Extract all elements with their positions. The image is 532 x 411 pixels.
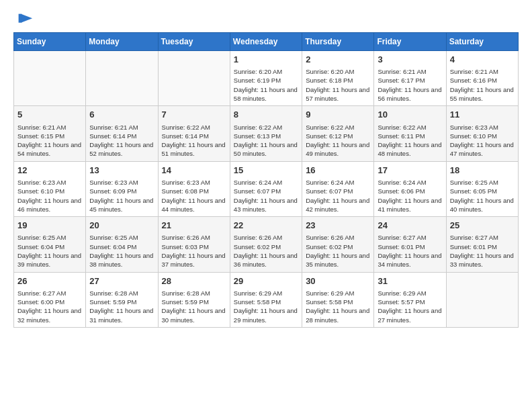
sunset-text: Sunset: 5:57 PM — [378, 298, 425, 306]
sunrise-text: Sunrise: 6:27 AM — [378, 234, 426, 241]
col-wednesday: Wednesday — [230, 33, 302, 51]
day-number: 22 — [234, 220, 298, 232]
calendar-week-row: 26 Sunrise: 6:27 AM Sunset: 6:00 PM Dayl… — [14, 272, 519, 327]
sunset-text: Sunset: 6:15 PM — [17, 132, 64, 140]
table-row: 30 Sunrise: 6:29 AM Sunset: 5:58 PM Dayl… — [302, 272, 374, 327]
table-row: 2 Sunrise: 6:20 AM Sunset: 6:18 PM Dayli… — [302, 51, 374, 106]
daylight-text: Daylight: 11 hours and 52 minutes. — [89, 141, 153, 157]
daylight-text: Daylight: 11 hours and 45 minutes. — [89, 197, 153, 213]
sunset-text: Sunset: 6:03 PM — [162, 243, 209, 250]
day-number: 5 — [17, 109, 82, 121]
day-number: 19 — [17, 220, 82, 232]
sunset-text: Sunset: 6:11 PM — [378, 132, 425, 140]
sunrise-text: Sunrise: 6:28 AM — [162, 289, 210, 297]
sunrise-text: Sunrise: 6:27 AM — [450, 234, 498, 241]
sunrise-text: Sunrise: 6:29 AM — [306, 289, 354, 297]
table-row — [446, 272, 518, 327]
table-row — [86, 51, 158, 106]
page: Sunday Monday Tuesday Wednesday Thursday… — [0, 0, 532, 411]
table-row: 1 Sunrise: 6:20 AM Sunset: 6:19 PM Dayli… — [230, 51, 302, 106]
sunrise-text: Sunrise: 6:29 AM — [378, 289, 426, 297]
daylight-text: Daylight: 11 hours and 55 minutes. — [450, 86, 514, 102]
daylight-text: Daylight: 11 hours and 57 minutes. — [306, 86, 369, 102]
day-number: 13 — [89, 165, 154, 177]
logo-icon — [15, 11, 34, 30]
calendar-week-row: 5 Sunrise: 6:21 AM Sunset: 6:15 PM Dayli… — [14, 106, 519, 161]
sunset-text: Sunset: 6:17 PM — [378, 77, 425, 84]
sunset-text: Sunset: 5:59 PM — [162, 298, 209, 306]
sunset-text: Sunset: 6:10 PM — [17, 187, 64, 195]
daylight-text: Daylight: 11 hours and 28 minutes. — [306, 307, 369, 323]
daylight-text: Daylight: 11 hours and 34 minutes. — [378, 252, 441, 268]
calendar-header-row: Sunday Monday Tuesday Wednesday Thursday… — [14, 33, 519, 51]
table-row: 29 Sunrise: 6:29 AM Sunset: 5:58 PM Dayl… — [230, 272, 302, 327]
day-number: 2 — [306, 54, 370, 66]
sunset-text: Sunset: 5:58 PM — [234, 298, 281, 306]
daylight-text: Daylight: 11 hours and 50 minutes. — [234, 141, 298, 157]
day-number: 21 — [162, 220, 226, 232]
sunrise-text: Sunrise: 6:21 AM — [450, 68, 498, 75]
sunrise-text: Sunrise: 6:27 AM — [17, 289, 66, 297]
sunrise-text: Sunrise: 6:25 AM — [89, 234, 138, 241]
sunset-text: Sunset: 6:16 PM — [450, 77, 497, 84]
col-tuesday: Tuesday — [158, 33, 230, 51]
sunset-text: Sunset: 6:02 PM — [306, 243, 353, 250]
day-number: 28 — [162, 275, 226, 287]
day-number: 14 — [162, 165, 226, 177]
sunset-text: Sunset: 6:14 PM — [162, 132, 209, 140]
sunrise-text: Sunrise: 6:24 AM — [378, 179, 426, 186]
daylight-text: Daylight: 11 hours and 30 minutes. — [162, 307, 226, 323]
sunset-text: Sunset: 6:05 PM — [450, 187, 497, 195]
table-row: 3 Sunrise: 6:21 AM Sunset: 6:17 PM Dayli… — [374, 51, 446, 106]
sunset-text: Sunset: 5:59 PM — [89, 298, 136, 306]
sunset-text: Sunset: 6:07 PM — [306, 187, 353, 195]
col-sunday: Sunday — [14, 33, 86, 51]
sunset-text: Sunset: 6:02 PM — [234, 243, 281, 250]
sunrise-text: Sunrise: 6:22 AM — [378, 124, 426, 131]
day-number: 11 — [450, 109, 515, 121]
daylight-text: Daylight: 11 hours and 27 minutes. — [378, 307, 441, 323]
table-row: 11 Sunrise: 6:23 AM Sunset: 6:10 PM Dayl… — [446, 106, 518, 161]
sunset-text: Sunset: 6:12 PM — [306, 132, 353, 140]
table-row: 25 Sunrise: 6:27 AM Sunset: 6:01 PM Dayl… — [446, 217, 518, 272]
day-number: 8 — [234, 109, 298, 121]
sunset-text: Sunset: 6:10 PM — [450, 132, 497, 140]
sunset-text: Sunset: 6:01 PM — [450, 243, 497, 250]
table-row: 14 Sunrise: 6:23 AM Sunset: 6:08 PM Dayl… — [158, 161, 230, 216]
sunset-text: Sunset: 6:09 PM — [89, 187, 136, 195]
day-number: 30 — [306, 275, 370, 287]
sunrise-text: Sunrise: 6:22 AM — [306, 124, 354, 131]
daylight-text: Daylight: 11 hours and 47 minutes. — [450, 141, 514, 157]
day-number: 3 — [378, 54, 442, 66]
table-row: 12 Sunrise: 6:23 AM Sunset: 6:10 PM Dayl… — [14, 161, 86, 216]
sunset-text: Sunset: 6:08 PM — [162, 187, 209, 195]
sunset-text: Sunset: 6:01 PM — [378, 243, 425, 250]
calendar-week-row: 19 Sunrise: 6:25 AM Sunset: 6:04 PM Dayl… — [14, 217, 519, 272]
sunset-text: Sunset: 6:04 PM — [89, 243, 136, 250]
daylight-text: Daylight: 11 hours and 46 minutes. — [17, 197, 81, 213]
daylight-text: Daylight: 11 hours and 38 minutes. — [89, 252, 153, 268]
sunrise-text: Sunrise: 6:23 AM — [162, 179, 210, 186]
table-row: 4 Sunrise: 6:21 AM Sunset: 6:16 PM Dayli… — [446, 51, 518, 106]
day-number: 4 — [450, 54, 515, 66]
daylight-text: Daylight: 11 hours and 37 minutes. — [162, 252, 226, 268]
day-number: 24 — [378, 220, 442, 232]
sunrise-text: Sunrise: 6:23 AM — [450, 124, 498, 131]
sunrise-text: Sunrise: 6:26 AM — [162, 234, 210, 241]
table-row: 24 Sunrise: 6:27 AM Sunset: 6:01 PM Dayl… — [374, 217, 446, 272]
day-number: 23 — [306, 220, 370, 232]
col-friday: Friday — [374, 33, 446, 51]
header — [13, 11, 519, 27]
day-number: 26 — [17, 275, 82, 287]
day-number: 29 — [234, 275, 298, 287]
daylight-text: Daylight: 11 hours and 39 minutes. — [17, 252, 81, 268]
svg-marker-0 — [21, 14, 32, 23]
sunset-text: Sunset: 6:13 PM — [234, 132, 281, 140]
table-row: 7 Sunrise: 6:22 AM Sunset: 6:14 PM Dayli… — [158, 106, 230, 161]
daylight-text: Daylight: 11 hours and 44 minutes. — [162, 197, 226, 213]
table-row: 21 Sunrise: 6:26 AM Sunset: 6:03 PM Dayl… — [158, 217, 230, 272]
table-row: 18 Sunrise: 6:25 AM Sunset: 6:05 PM Dayl… — [446, 161, 518, 216]
daylight-text: Daylight: 11 hours and 54 minutes. — [17, 141, 81, 157]
daylight-text: Daylight: 11 hours and 43 minutes. — [234, 197, 298, 213]
sunrise-text: Sunrise: 6:25 AM — [450, 179, 498, 186]
